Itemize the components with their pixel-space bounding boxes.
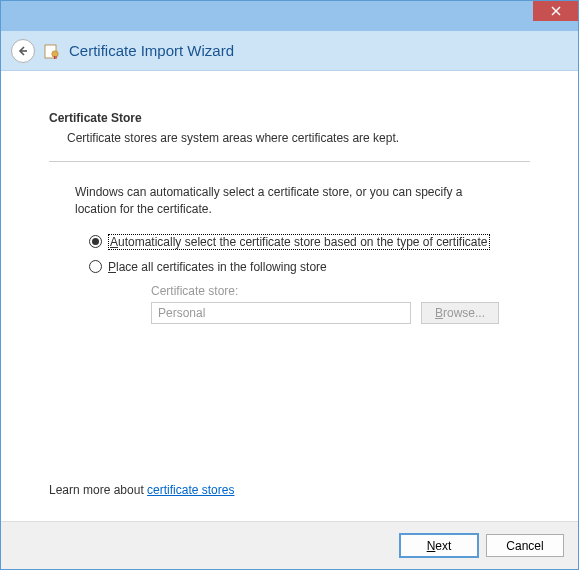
arrow-left-icon — [17, 45, 29, 57]
radio-label-manual: Place all certificates in the following … — [108, 260, 327, 274]
svg-rect-6 — [56, 56, 57, 59]
footer-bar: Next Cancel — [1, 521, 578, 569]
page-title: Certificate Import Wizard — [69, 42, 234, 59]
wizard-window: Certificate Import Wizard Certificate St… — [0, 0, 579, 570]
titlebar — [1, 1, 578, 31]
store-field-label: Certificate store: — [151, 284, 530, 298]
section-description: Certificate stores are system areas wher… — [67, 131, 530, 145]
radio-icon — [89, 260, 102, 273]
close-icon — [551, 6, 561, 16]
back-button[interactable] — [11, 39, 35, 63]
learn-more-prefix: Learn more about — [49, 483, 147, 497]
content-area: Certificate Store Certificate stores are… — [1, 71, 578, 521]
instruction-text: Windows can automatically select a certi… — [75, 184, 504, 218]
store-row: Browse... — [151, 302, 530, 324]
svg-rect-5 — [54, 56, 55, 59]
next-button[interactable]: Next — [400, 534, 478, 557]
radio-icon — [89, 235, 102, 248]
cancel-button[interactable]: Cancel — [486, 534, 564, 557]
learn-more-link[interactable]: certificate stores — [147, 483, 234, 497]
radio-label-auto: Automatically select the certificate sto… — [108, 234, 490, 250]
close-button[interactable] — [533, 1, 578, 21]
learn-more-text: Learn more about certificate stores — [49, 483, 234, 497]
section-title: Certificate Store — [49, 111, 530, 125]
certificate-store-input — [151, 302, 411, 324]
radio-option-auto[interactable]: Automatically select the certificate sto… — [89, 234, 530, 250]
header-bar: Certificate Import Wizard — [1, 31, 578, 71]
store-subsection: Certificate store: Browse... — [151, 284, 530, 324]
radio-group-store-selection: Automatically select the certificate sto… — [89, 234, 530, 324]
divider — [49, 161, 530, 162]
browse-button: Browse... — [421, 302, 499, 324]
radio-option-manual[interactable]: Place all certificates in the following … — [89, 260, 530, 274]
certificate-icon — [43, 42, 61, 60]
